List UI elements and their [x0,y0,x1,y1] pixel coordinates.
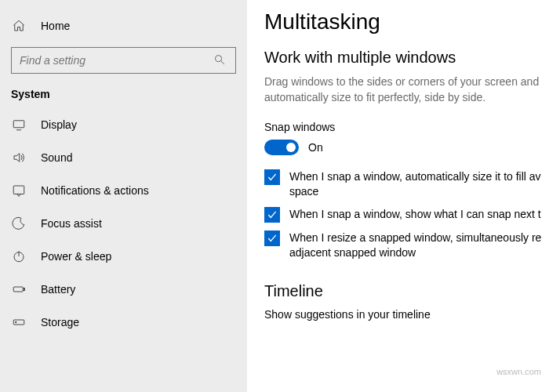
search-icon [213,53,227,67]
snap-option-1: When I snap a window, automatically size… [264,169,549,199]
checkbox-label: When I snap a window, show what I can sn… [289,207,541,222]
section-heading-timeline: Timeline [264,282,549,300]
sidebar-item-focus-assist[interactable]: Focus assist [0,207,247,240]
svg-point-10 [16,321,17,323]
section-description: Drag windows to the sides or corners of … [264,74,547,105]
sidebar-item-display[interactable]: Display [0,108,247,141]
snap-windows-label: Snap windows [264,121,549,133]
section-heading-windows: Work with multiple windows [264,49,549,67]
sidebar-item-label: Sound [41,151,72,164]
sidebar-item-sound[interactable]: Sound [0,141,247,174]
storage-icon [11,314,27,330]
page-title: Multitasking [264,9,549,34]
home-icon [11,18,27,34]
battery-icon [11,281,27,297]
display-icon [11,117,27,132]
svg-rect-8 [24,289,25,291]
sidebar-section-label: System [0,82,247,108]
checkbox-snap-autosize[interactable] [264,169,280,185]
watermark: wsxwn.com [496,367,541,376]
snap-option-3: When I resize a snapped window, simultan… [264,230,549,260]
svg-rect-7 [13,287,23,292]
search-container [0,42,247,82]
nav-home-label: Home [41,20,70,32]
sound-icon [11,150,27,165]
search-input[interactable] [20,54,213,67]
svg-point-0 [216,56,222,62]
notifications-icon [11,183,27,198]
sidebar-item-label: Notifications & actions [41,184,149,197]
focus-assist-icon [11,216,27,231]
checkbox-label: When I snap a window, automatically size… [289,169,549,199]
sidebar-item-notifications[interactable]: Notifications & actions [0,174,247,207]
sidebar-item-label: Display [41,118,77,131]
svg-line-1 [221,61,224,64]
sidebar-item-label: Focus assist [41,217,102,230]
snap-windows-toggle-row: On [264,140,549,155]
nav-home[interactable]: Home [0,9,247,42]
sidebar-item-storage[interactable]: Storage [0,306,247,339]
sidebar: Home System Display Sound Notifications … [0,0,247,392]
sidebar-item-label: Power & sleep [41,250,111,263]
sidebar-item-battery[interactable]: Battery [0,273,247,306]
snap-option-2: When I snap a window, show what I can sn… [264,207,549,223]
checkbox-snap-resize[interactable] [264,230,280,246]
sidebar-item-label: Storage [41,316,79,328]
svg-rect-2 [13,121,24,128]
checkbox-label: When I resize a snapped window, simultan… [289,230,549,260]
timeline-section: Timeline Show suggestions in your timeli… [264,282,549,321]
main-content: Multitasking Work with multiple windows … [247,0,549,392]
sidebar-item-power-sleep[interactable]: Power & sleep [0,240,247,273]
power-icon [11,249,27,264]
checkbox-snap-suggest[interactable] [264,207,280,223]
timeline-sub-label: Show suggestions in your timeline [264,308,549,321]
svg-rect-4 [13,186,24,194]
snap-windows-state: On [308,141,323,154]
search-box[interactable] [11,47,236,74]
sidebar-item-label: Battery [41,283,75,296]
snap-windows-toggle[interactable] [264,140,299,155]
